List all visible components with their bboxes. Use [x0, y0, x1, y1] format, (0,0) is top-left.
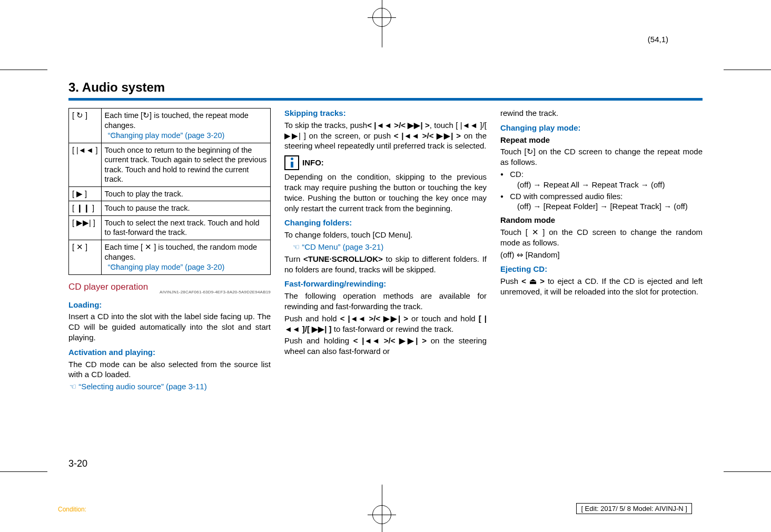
- text: Turn: [284, 254, 303, 263]
- cross-ref: ☞ “CD Menu” (page 3-21): [284, 242, 487, 252]
- text: To skip the tracks, push: [284, 121, 367, 130]
- button-ref: <TUNE·SCROLL/OK>: [303, 254, 383, 263]
- repeat-icon-cell: [ ↻ ]: [69, 109, 102, 143]
- random-mode-seq: (off) ⇔ [Random]: [500, 250, 703, 260]
- loading-heading: Loading:: [68, 300, 271, 310]
- random-mode-text: Touch [ ✕ ] on the CD screen to change t…: [500, 227, 703, 248]
- crop-mark: [0, 471, 47, 472]
- cross-ref: ☞ “Changing play mode” (page 3-20): [105, 262, 267, 272]
- ff-text-3: Push and holding < |◄◄ >/< ▶▶| > on the …: [284, 336, 487, 357]
- text: or touch and hold: [408, 314, 479, 323]
- table-cell: Touch to select the next track. Touch an…: [101, 215, 270, 240]
- ff-heading: Fast-forwarding/rewinding:: [284, 279, 487, 289]
- pause-icon-cell: [ ❙❙ ]: [69, 201, 102, 216]
- eject-button-ref: < ⏏ >: [521, 277, 545, 285]
- table-cell: Touch to play the track.: [101, 186, 270, 201]
- random-mode-heading: Random mode: [500, 215, 703, 225]
- item-label: CD with compressed audio files:: [510, 192, 622, 201]
- info-box: INFO:: [284, 155, 487, 170]
- button-ref: < |◄◄ >/< ▶▶| >: [340, 314, 408, 323]
- prev-track-icon-cell: [ |◄◄ ]: [69, 143, 102, 186]
- text: Push and holding: [284, 336, 353, 345]
- cell-text: Each time [↻] is touched, the repeat mod…: [105, 111, 249, 130]
- page-number: 3-20: [68, 458, 87, 469]
- shuffle-icon-cell: [ ✕ ]: [69, 240, 102, 275]
- info-icon: [284, 155, 299, 170]
- folders-text: To change folders, touch [CD Menu].: [284, 230, 487, 240]
- repeat-mode-text: Touch [↻] on the CD screen to change the…: [500, 146, 703, 168]
- activation-text: The CD mode can be also selected from th…: [68, 359, 271, 380]
- column-1: [ ↻ ] Each time [↻] is touched, the repe…: [68, 108, 271, 393]
- folders-text-2: Turn <TUNE·SCROLL/OK> to skip to differe…: [284, 254, 487, 275]
- table-cell: Each time [↻] is touched, the repeat mod…: [101, 109, 270, 143]
- text: Push: [500, 277, 521, 285]
- button-ref: < |◄◄ >/< ▶▶| >: [353, 336, 427, 345]
- play-icon-cell: [ ▶ ]: [69, 186, 102, 201]
- repeat-list: CD: (off) → Repeat All → Repeat Track → …: [500, 169, 703, 212]
- crop-mark: [724, 471, 771, 472]
- ejecting-heading: Ejecting CD:: [500, 264, 703, 274]
- section-title: 3. Audio system: [68, 80, 703, 95]
- ref-text: “CD Menu” (page 3-21): [302, 242, 383, 251]
- item-label: CD:: [510, 170, 523, 179]
- controls-table: [ ↻ ] Each time [↻] is touched, the repe…: [68, 108, 271, 275]
- page-coord: (54,1): [648, 35, 668, 44]
- footer-edit-info: [ Edit: 2017/ 5/ 8 Model: AIVINJ-N ]: [576, 503, 692, 514]
- table-row: [ |◄◄ ] Touch once to return to the begi…: [69, 143, 271, 186]
- table-cell: Touch once to return to the beginning of…: [101, 143, 270, 186]
- registration-mark-icon: [372, 8, 391, 27]
- next-track-icon-cell: [ ▶▶| ]: [69, 215, 102, 240]
- item-detail: (off) → Repeat All → Repeat Track → (off…: [509, 180, 703, 190]
- activation-heading: Activation and playing:: [68, 347, 271, 358]
- crop-mark: [0, 70, 47, 70]
- cell-text: Each time [ ✕ ] is touched, the random m…: [105, 243, 257, 261]
- info-label: INFO:: [302, 157, 324, 168]
- list-item: CD: (off) → Repeat All → Repeat Track → …: [500, 169, 703, 190]
- table-cell: Touch to pause the track.: [101, 201, 270, 216]
- list-item: CD with compressed audio files: (off) → …: [500, 191, 703, 212]
- rewind-cont: rewind the track.: [500, 108, 703, 119]
- loading-text: Insert a CD into the slot with the label…: [68, 311, 271, 342]
- ff-text-1: The following operation methods are avai…: [284, 291, 487, 312]
- ejecting-text: Push < ⏏ > to eject a CD. If the CD is e…: [500, 276, 703, 297]
- column-2: Skipping tracks: To skip the tracks, pus…: [284, 108, 487, 393]
- crop-mark: [724, 70, 771, 70]
- skipping-text: To skip the tracks, push< |◄◄ >/< ▶▶| >,…: [284, 120, 487, 151]
- hand-icon: ☞: [68, 381, 76, 392]
- item-detail: (off) → [Repeat Folder] → [Repeat Track]…: [509, 201, 703, 212]
- table-row: [ ▶ ] Touch to play the track.: [69, 186, 271, 201]
- button-ref: < |◄◄ >/< ▶▶| >: [394, 131, 461, 140]
- cross-ref: ☞ “Changing play mode” (page 3-20): [105, 130, 267, 141]
- ref-text: “Changing play mode” (page 3-20): [108, 131, 225, 140]
- table-cell: Each time [ ✕ ] is touched, the random m…: [101, 240, 270, 275]
- hand-icon: ☞: [105, 130, 106, 140]
- ff-text-2: Push and hold < |◄◄ >/< ▶▶| > or touch a…: [284, 313, 487, 334]
- hand-icon: ☞: [292, 242, 300, 252]
- skipping-heading: Skipping tracks:: [284, 108, 487, 119]
- table-row: [ ▶▶| ] Touch to select the next track. …: [69, 215, 271, 240]
- button-ref: < |◄◄ >/< ▶▶| >: [367, 121, 430, 130]
- table-row: [ ❙❙ ] Touch to pause the track.: [69, 201, 271, 216]
- hand-icon: ☞: [105, 262, 106, 272]
- registration-mark-icon: [372, 505, 391, 524]
- ref-text: “Selecting audio source” (page 3-11): [78, 382, 206, 391]
- folders-heading: Changing folders:: [284, 218, 487, 228]
- column-3: rewind the track. Changing play mode: Re…: [500, 108, 703, 393]
- play-mode-heading: Changing play mode:: [500, 123, 703, 133]
- table-row: [ ↻ ] Each time [↻] is touched, the repe…: [69, 109, 271, 143]
- text: to fast-forward or rewind the track.: [332, 324, 454, 333]
- title-rule: [68, 98, 703, 101]
- cross-ref: ☞ “Selecting audio source” (page 3-11): [68, 381, 271, 392]
- footer-condition: Condition:: [58, 506, 86, 513]
- repeat-mode-heading: Repeat mode: [500, 135, 703, 145]
- table-row: [ ✕ ] Each time [ ✕ ] is touched, the ra…: [69, 240, 271, 275]
- text: Push and hold: [284, 314, 340, 323]
- info-text: Depending on the condition, skipping to …: [284, 172, 487, 213]
- ref-text: “Changing play mode” (page 3-20): [108, 263, 225, 271]
